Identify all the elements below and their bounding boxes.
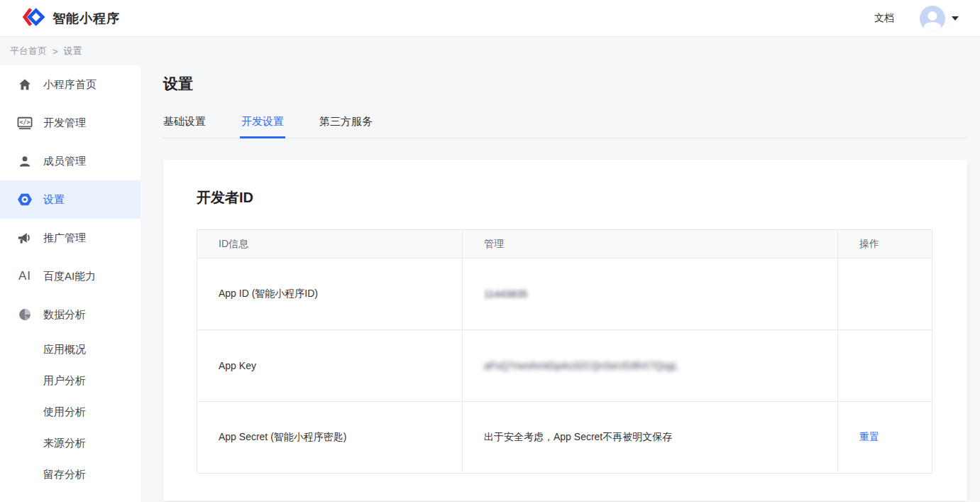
breadcrumb-current: 设置: [64, 45, 82, 58]
app-secret-note: 出于安全考虑，App Secret不再被明文保存: [463, 402, 838, 474]
sidebar-item-members[interactable]: 成员管理: [0, 142, 141, 180]
app-id-label: App ID (智能小程序ID): [197, 258, 463, 330]
table-row-app-secret: App Secret (智能小程序密匙) 出于安全考虑，App Secret不再…: [197, 402, 932, 474]
sidebar-item-analytics[interactable]: 数据分析: [0, 295, 141, 334]
developer-id-table: ID信息 管理 操作 App ID (智能小程序ID) 11443835 App…: [197, 229, 932, 474]
app-key-action-cell: [838, 330, 932, 402]
sidebar-subitem-users[interactable]: 用户分析: [0, 365, 141, 396]
brand-name: 智能小程序: [53, 10, 120, 27]
sidebar-subitem-usage[interactable]: 使用分析: [0, 396, 141, 427]
settings-tabs: 基础设置 开发设置 第三方服务: [163, 115, 967, 138]
breadcrumb: 平台首页 > 设置: [10, 45, 82, 58]
tab-dev-settings[interactable]: 开发设置: [241, 115, 284, 138]
pie-chart-icon: [17, 307, 33, 322]
svg-text:</>: </>: [20, 119, 31, 126]
breadcrumb-row: 平台首页 > 设置: [0, 37, 980, 65]
member-icon: [17, 153, 33, 169]
settings-icon: [17, 192, 33, 207]
avatar[interactable]: [920, 6, 945, 31]
sidebar-item-dev[interactable]: </> 开发管理: [0, 104, 141, 142]
col-header-action: 操作: [838, 230, 932, 258]
doc-link[interactable]: 文档: [874, 12, 894, 25]
brand[interactable]: 智能小程序: [21, 6, 120, 31]
page-title: 设置: [163, 74, 967, 94]
home-icon: [17, 77, 33, 92]
tab-third-party[interactable]: 第三方服务: [319, 115, 373, 138]
developer-id-card: 开发者ID ID信息 管理 操作 App ID (智能小程序ID) 114438…: [163, 160, 967, 501]
top-bar: 智能小程序 文档: [0, 0, 980, 37]
megaphone-icon: [17, 230, 33, 246]
col-header-id-info: ID信息: [197, 230, 463, 258]
code-icon: </>: [17, 115, 33, 131]
sidebar-item-promotion[interactable]: 推广管理: [0, 219, 141, 257]
ai-icon: AI: [17, 268, 33, 284]
sidebar-item-ai[interactable]: AI 百度AI能力: [0, 257, 141, 295]
col-header-manage: 管理: [463, 230, 838, 258]
breadcrumb-home[interactable]: 平台首页: [10, 45, 47, 58]
table-row-app-id: App ID (智能小程序ID) 11443835: [197, 258, 932, 330]
app-id-value: 11443835: [484, 288, 527, 300]
table-header-row: ID信息 管理 操作: [197, 230, 932, 258]
sidebar-item-settings[interactable]: 设置: [0, 180, 141, 219]
breadcrumb-separator: >: [53, 46, 58, 57]
chevron-down-icon[interactable]: [952, 16, 959, 21]
sidebar: 小程序首页 </> 开发管理 成员管理: [0, 65, 141, 502]
user-menu[interactable]: [920, 6, 959, 31]
app-key-value: aFsQ7nwshmtGpAs32CQnSeUG9hX7QsgL: [484, 360, 678, 371]
app-secret-label: App Secret (智能小程序密匙): [197, 402, 463, 474]
sidebar-subitem-retention[interactable]: 留存分析: [0, 459, 141, 490]
sidebar-item-home[interactable]: 小程序首页: [0, 65, 141, 104]
card-heading: 开发者ID: [197, 188, 932, 207]
sidebar-subitem-overview[interactable]: 应用概况: [0, 334, 141, 365]
table-row-app-key: App Key aFsQ7nwshmtGpAs32CQnSeUG9hX7QsgL: [197, 330, 932, 402]
tab-basic-settings[interactable]: 基础设置: [163, 115, 206, 138]
app-id-action-cell: [838, 258, 932, 330]
reset-secret-button[interactable]: 重置: [859, 431, 879, 442]
brand-logo-icon: [21, 6, 45, 31]
sidebar-subitem-source[interactable]: 来源分析: [0, 427, 141, 459]
app-key-label: App Key: [197, 330, 463, 402]
main-content: 设置 基础设置 开发设置 第三方服务 开发者ID ID信息 管理 操作: [141, 65, 980, 502]
